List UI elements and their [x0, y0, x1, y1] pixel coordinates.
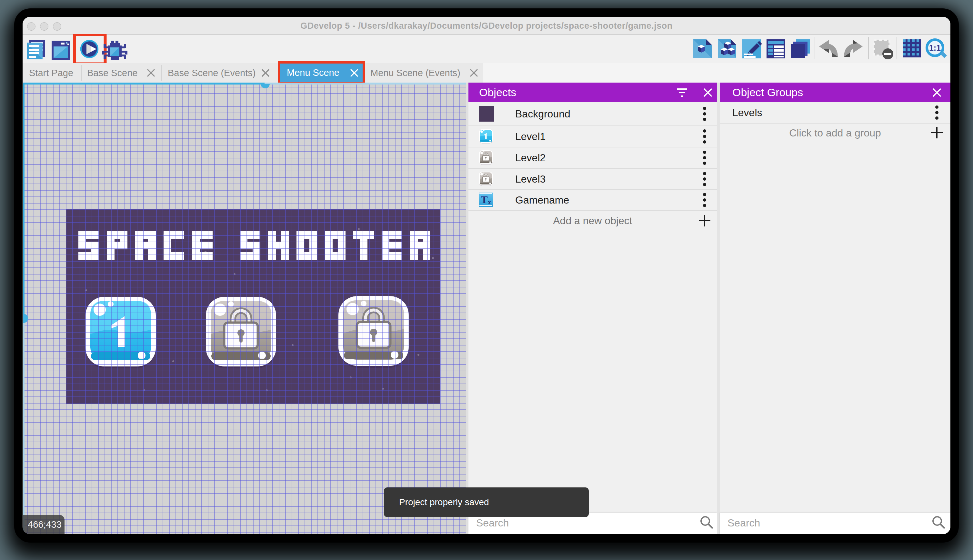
svg-text:1:1: 1:1	[929, 43, 941, 52]
svg-text:x: x	[488, 199, 491, 205]
svg-text:T: T	[481, 194, 488, 205]
